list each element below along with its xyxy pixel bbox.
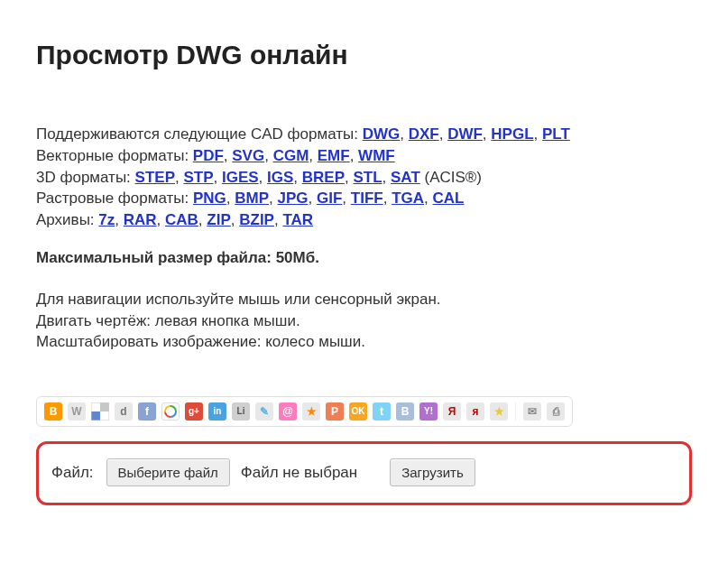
navigation-hints: Для навигации используйте мышь или сенсо… (36, 289, 692, 353)
format-link[interactable]: JPG (278, 190, 309, 207)
myspace-icon[interactable]: ★ (302, 402, 320, 421)
separator: , (293, 169, 301, 186)
facebook-icon[interactable]: f (138, 402, 156, 421)
twitter-icon[interactable]: t (373, 402, 391, 421)
separator: , (274, 211, 282, 228)
format-group-label: Архивы: (36, 211, 98, 228)
hint-line: Двигать чертёж: левая кнопка мыши. (36, 310, 692, 332)
format-link[interactable]: STL (353, 169, 382, 186)
format-link[interactable]: BREP (302, 169, 345, 186)
separator: , (342, 190, 350, 207)
upload-panel: Файл: Выберите файл Файл не выбран Загру… (36, 441, 692, 505)
separator: , (231, 211, 239, 228)
separator: , (534, 125, 542, 143)
max-file-size: Максимальный размер файла: 50Мб. (36, 247, 692, 269)
format-group-label: Поддерживаются следующие CAD форматы: (36, 125, 363, 143)
separator: , (115, 211, 123, 228)
delicious-icon[interactable] (91, 402, 109, 421)
format-link[interactable]: GIF (317, 190, 342, 207)
format-link[interactable]: BMP (235, 190, 269, 207)
format-group: Поддерживаются следующие CAD форматы: DW… (36, 124, 692, 145)
format-link[interactable]: PDF (193, 147, 224, 164)
no-file-text: Файл не выбран (241, 462, 357, 484)
separator: , (214, 169, 222, 186)
format-group: Архивы: 7z, RAR, CAB, ZIP, BZIP, TAR (36, 209, 692, 231)
wordpress-icon[interactable]: W (68, 402, 86, 421)
format-link[interactable]: HPGL (491, 125, 533, 143)
separator: , (383, 190, 392, 207)
format-link[interactable]: CAB (165, 211, 198, 228)
separator: , (400, 125, 408, 143)
format-link[interactable]: 7z (98, 211, 115, 228)
format-link[interactable]: DXF (409, 125, 439, 143)
format-link[interactable]: IGS (267, 169, 293, 186)
odnoklassniki-icon[interactable]: OK (349, 402, 367, 421)
format-link[interactable]: EMF (318, 147, 350, 164)
upload-button[interactable]: Загрузить (390, 458, 475, 486)
yahoo-icon[interactable]: Y! (419, 402, 438, 421)
vk-icon[interactable]: B (396, 402, 414, 421)
format-link[interactable]: CGM (273, 147, 309, 164)
linkedin-icon[interactable]: in (208, 402, 226, 421)
format-link[interactable]: BZIP (239, 211, 274, 228)
separator: , (309, 190, 317, 207)
separator: , (269, 190, 277, 207)
format-group: Растровые форматы: PNG, BMP, JPG, GIF, T… (36, 188, 692, 209)
format-link[interactable]: PLT (542, 125, 570, 143)
print-icon[interactable]: ⎙ (547, 402, 565, 421)
separator: , (382, 169, 391, 186)
format-link[interactable]: WMF (358, 147, 395, 164)
format-link[interactable]: DWG (363, 125, 401, 143)
format-group-label: Растровые форматы: (36, 190, 193, 207)
format-link[interactable]: SVG (232, 147, 264, 164)
separator: , (309, 147, 317, 164)
separator: , (439, 125, 447, 143)
yaru-icon[interactable]: я (466, 402, 484, 421)
bookmark-icon[interactable]: ★ (490, 402, 508, 421)
format-link[interactable]: DWF (447, 125, 483, 143)
mail-icon[interactable]: @ (279, 402, 297, 421)
hint-line: Для навигации используйте мышь или сенсо… (36, 289, 692, 310)
file-label: Файл: (51, 462, 94, 484)
page-title: Просмотр DWG онлайн (36, 36, 692, 74)
format-link[interactable]: STP (183, 169, 213, 186)
format-link[interactable]: TIFF (351, 190, 383, 207)
google-icon[interactable] (161, 402, 180, 421)
svg-rect-3 (100, 411, 109, 421)
format-link[interactable]: ZIP (207, 211, 230, 228)
svg-rect-2 (91, 411, 100, 421)
separator: , (198, 211, 207, 228)
supported-formats: Поддерживаются следующие CAD форматы: DW… (36, 124, 692, 231)
separator: , (157, 211, 165, 228)
separator: , (224, 147, 232, 164)
format-group: Векторные форматы: PDF, SVG, CGM, EMF, W… (36, 145, 692, 167)
format-link[interactable]: CAL (432, 190, 464, 207)
share-spacer (515, 402, 516, 421)
format-link[interactable]: TAR (282, 211, 313, 228)
googleplus-icon[interactable]: g+ (185, 402, 203, 421)
hint-line: Масштабировать изображение: колесо мыши. (36, 331, 692, 353)
liveinternet-icon[interactable]: ✎ (255, 402, 273, 421)
format-link[interactable]: RAR (124, 211, 157, 228)
format-group-label: 3D форматы: (36, 169, 135, 186)
blogger-icon[interactable]: B (44, 402, 62, 421)
pinterest-icon[interactable]: P (326, 402, 344, 421)
choose-file-button[interactable]: Выберите файл (106, 458, 230, 486)
format-link[interactable]: PNG (193, 190, 226, 207)
format-link[interactable]: SAT (391, 169, 420, 186)
format-link[interactable]: IGES (222, 169, 259, 186)
separator: , (259, 169, 267, 186)
digg-icon[interactable]: d (115, 402, 133, 421)
format-group: 3D форматы: STEP, STP, IGES, IGS, BREP, … (36, 167, 692, 189)
format-link[interactable]: TGA (392, 190, 424, 207)
email-icon[interactable]: ✉ (523, 402, 541, 421)
separator: , (264, 147, 272, 164)
format-group-tail: (ACIS®) (420, 169, 482, 186)
svg-rect-0 (91, 402, 100, 411)
share-bar: BWdfg+inLi✎@★POKtBY!Яя★✉⎙ (36, 396, 573, 427)
format-link[interactable]: STEP (135, 169, 175, 186)
livejournal-icon[interactable]: Li (232, 402, 250, 421)
separator: , (226, 190, 235, 207)
yandex-icon[interactable]: Я (443, 402, 461, 421)
svg-rect-1 (100, 402, 109, 411)
